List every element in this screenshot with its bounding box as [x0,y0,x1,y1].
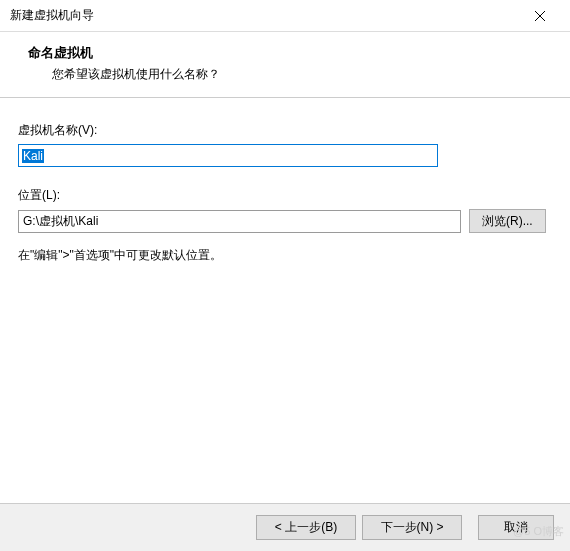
location-input[interactable] [18,210,461,233]
vm-name-value: Kali [22,149,44,163]
vm-name-label: 虚拟机名称(V): [18,122,552,139]
next-button[interactable]: 下一步(N) > [362,515,462,540]
titlebar: 新建虚拟机向导 [0,0,570,32]
wizard-header: 命名虚拟机 您希望该虚拟机使用什么名称？ [0,32,570,98]
close-icon [535,11,545,21]
wizard-header-title: 命名虚拟机 [28,44,570,62]
window-title: 新建虚拟机向导 [10,7,94,24]
wizard-content: 虚拟机名称(V): Kali 位置(L): 浏览(R)... 在"编辑">"首选… [0,98,570,264]
browse-button[interactable]: 浏览(R)... [469,209,546,233]
wizard-footer: < 上一步(B) 下一步(N) > 取消 [0,503,570,551]
location-label: 位置(L): [18,187,552,204]
back-button[interactable]: < 上一步(B) [256,515,356,540]
wizard-header-subtitle: 您希望该虚拟机使用什么名称？ [28,66,570,83]
cancel-button[interactable]: 取消 [478,515,554,540]
close-button[interactable] [520,2,560,30]
vm-name-input[interactable]: Kali [18,144,438,167]
hint-text: 在"编辑">"首选项"中可更改默认位置。 [18,247,552,264]
